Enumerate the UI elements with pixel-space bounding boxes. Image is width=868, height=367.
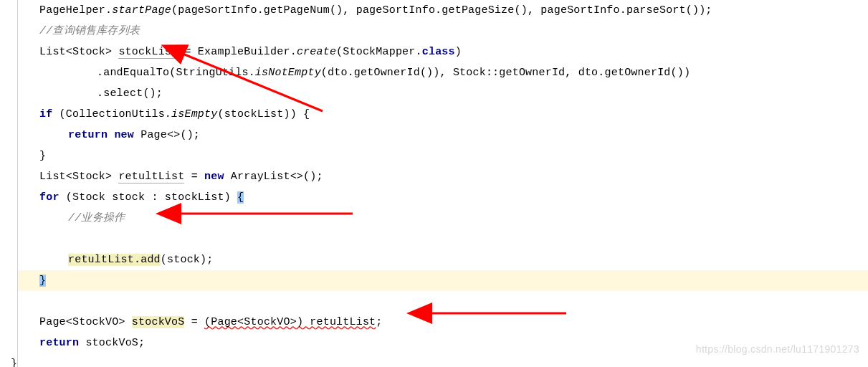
code-editor[interactable]: PageHelper.startPage(pageSortInfo.getPag… [0, 0, 868, 367]
code-comment: //查询销售库存列表 [11, 21, 868, 42]
code-line: for (Stock stock : stockList) { [11, 187, 868, 208]
watermark-text: https://blog.csdn.net/lu1171901273 [696, 339, 859, 360]
code-line: return new Page<>(); [11, 125, 868, 146]
code-line: .select(); [11, 83, 868, 104]
code-line [11, 229, 868, 249]
code-line: .andEqualTo(StringUtils.isNotEmpty(dto.g… [11, 62, 868, 83]
code-line: if (CollectionUtils.isEmpty(stockList)) … [11, 104, 868, 125]
code-line: List<Stock> retultList = new ArrayList<>… [11, 166, 868, 187]
code-line: Page<StockVO> stockVoS = (Page<StockVO>)… [11, 312, 868, 333]
code-line: retultList.add(stock); [11, 249, 868, 270]
code-line: } [11, 270, 868, 291]
code-comment: //业务操作 [11, 208, 868, 229]
code-line: PageHelper.startPage(pageSortInfo.getPag… [11, 0, 868, 21]
code-line [11, 291, 868, 312]
code-line: } [11, 146, 868, 166]
code-line: List<Stock> stockList = ExampleBuilder.c… [11, 42, 868, 62]
